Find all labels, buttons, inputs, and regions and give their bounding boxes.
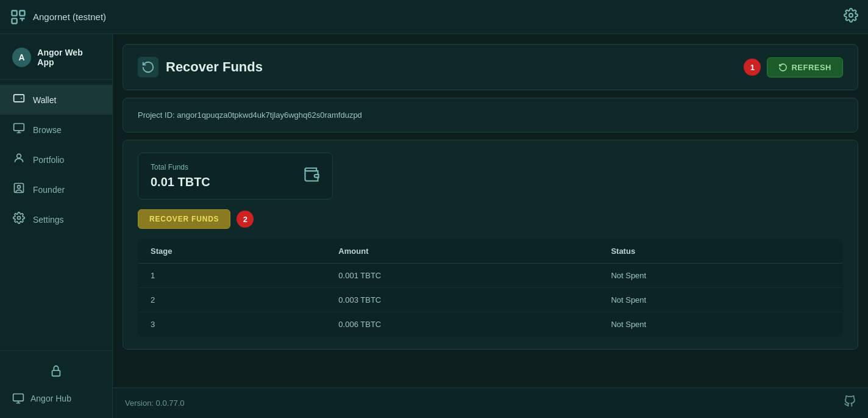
table-row: 3 0.006 TBTC Not Spent <box>138 312 843 337</box>
table-row: 2 0.003 TBTC Not Spent <box>138 288 843 312</box>
version-text: Version: 0.0.77.0 <box>125 398 185 408</box>
lock-button[interactable] <box>0 357 112 385</box>
founder-icon <box>12 182 26 197</box>
col-amount: Amount <box>326 239 599 264</box>
sidebar-label-founder: Founder <box>33 185 65 195</box>
refresh-button[interactable]: REFRESH <box>767 57 843 77</box>
project-id-label: Project ID: <box>138 110 177 120</box>
version-bar: Version: 0.0.77.0 <box>113 387 868 418</box>
cell-status: Not Spent <box>599 288 842 312</box>
cell-amount: 0.001 TBTC <box>326 264 599 288</box>
cell-amount: 0.003 TBTC <box>326 288 599 312</box>
refresh-label: REFRESH <box>791 63 831 72</box>
col-stage: Stage <box>138 239 327 264</box>
svg-rect-0 <box>12 10 17 15</box>
top-bar-left: Angornet (testnet) <box>10 9 106 26</box>
sidebar-item-browse[interactable]: Browse <box>0 115 112 145</box>
network-icon <box>10 9 27 26</box>
svg-rect-4 <box>14 95 24 102</box>
step-badge-1: 1 <box>744 59 761 76</box>
sidebar: A Angor Web App Wallet Browse <box>0 34 113 418</box>
recover-funds-button[interactable]: RECOVER FUNDS <box>138 209 230 229</box>
cell-amount: 0.006 TBTC <box>326 312 599 337</box>
top-bar-settings[interactable] <box>844 8 858 26</box>
svg-point-6 <box>17 154 21 158</box>
settings-icon <box>12 212 26 227</box>
sidebar-item-founder[interactable]: Founder <box>0 175 112 204</box>
funds-table: Stage Amount Status 1 0.001 TBTC Not Spe… <box>138 239 843 337</box>
header-right: 1 REFRESH <box>744 57 843 77</box>
total-funds-label: Total Funds <box>151 163 210 171</box>
github-icon[interactable] <box>844 395 856 411</box>
sidebar-label-browse: Browse <box>33 125 62 135</box>
step-badge-2: 2 <box>237 211 254 228</box>
project-id-card: Project ID: angor1qpuqza0tpkwd4uk7tjlay6… <box>123 98 858 132</box>
total-funds-info: Total Funds 0.01 TBTC <box>151 163 210 189</box>
network-label: Angornet (testnet) <box>33 12 106 22</box>
portfolio-icon <box>12 152 26 167</box>
main-content: Recover Funds 1 REFRESH Project ID: ango… <box>113 34 868 418</box>
browse-icon <box>12 122 26 137</box>
cell-stage: 2 <box>138 288 327 312</box>
main-scroll: Recover Funds 1 REFRESH Project ID: ango… <box>113 34 868 387</box>
page-title: Recover Funds <box>166 59 263 75</box>
sidebar-item-settings[interactable]: Settings <box>0 204 112 234</box>
funds-card: Total Funds 0.01 TBTC RECOVER FUNDS 2 <box>123 140 858 350</box>
svg-rect-1 <box>20 10 24 15</box>
col-status: Status <box>599 239 842 264</box>
cell-status: Not Spent <box>599 264 842 288</box>
wallet-funds-icon <box>303 166 320 187</box>
svg-point-8 <box>18 186 21 189</box>
header-title-wrap: Recover Funds <box>138 57 263 77</box>
recover-btn-wrap: RECOVER FUNDS 2 <box>138 209 843 229</box>
sidebar-label-portfolio: Portfolio <box>33 155 64 165</box>
cell-stage: 1 <box>138 264 327 288</box>
svg-rect-2 <box>12 18 17 23</box>
project-id-value: angor1qpuqza0tpkwd4uk7tjlay6wghq62s0ramf… <box>177 110 362 120</box>
table-row: 1 0.001 TBTC Not Spent <box>138 264 843 288</box>
sidebar-label-wallet: Wallet <box>33 95 56 105</box>
svg-rect-10 <box>52 370 60 376</box>
svg-point-3 <box>849 13 853 17</box>
svg-point-9 <box>18 217 21 220</box>
app-name: Angor Web App <box>37 48 100 67</box>
sidebar-hub-label: Angor Hub <box>30 394 71 403</box>
sidebar-item-wallet[interactable]: Wallet <box>0 85 112 115</box>
svg-rect-5 <box>14 124 24 131</box>
sidebar-logo: A Angor Web App <box>0 40 112 80</box>
cell-stage: 3 <box>138 312 327 337</box>
app-logo: A <box>12 48 31 67</box>
app-body: A Angor Web App Wallet Browse <box>0 34 868 418</box>
recover-funds-header-card: Recover Funds 1 REFRESH <box>123 44 858 90</box>
sidebar-bottom: Angor Hub <box>0 350 112 412</box>
cell-status: Not Spent <box>599 312 842 337</box>
top-bar: Angornet (testnet) <box>0 0 868 34</box>
total-funds-box: Total Funds 0.01 TBTC <box>138 153 333 200</box>
sidebar-item-angor-hub[interactable]: Angor Hub <box>0 385 112 412</box>
wallet-icon <box>12 92 26 107</box>
sidebar-item-portfolio[interactable]: Portfolio <box>0 145 112 175</box>
total-funds-value: 0.01 TBTC <box>151 175 210 189</box>
recover-icon <box>138 57 158 77</box>
sidebar-label-settings: Settings <box>33 215 64 225</box>
svg-rect-11 <box>13 394 24 402</box>
